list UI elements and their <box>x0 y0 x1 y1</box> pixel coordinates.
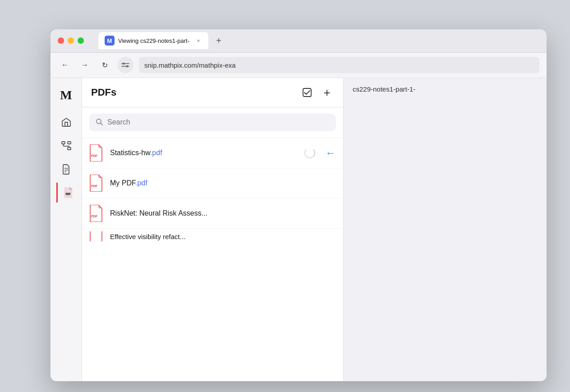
pdf-panel: PDFs + <box>82 78 344 381</box>
tab-title: Viewing cs229-notes1-part- <box>118 37 189 44</box>
app-logo: M <box>56 85 76 105</box>
minimize-button[interactable] <box>68 37 74 44</box>
pdf-file-icon <box>89 231 104 241</box>
new-tab-button[interactable]: + <box>212 34 225 47</box>
sidebar-item-document[interactable] <box>56 159 76 179</box>
panel-title: PDFs <box>91 87 294 98</box>
sidebar-item-home[interactable] <box>56 112 76 132</box>
right-panel-title: cs229-notes1-part-1- <box>353 85 415 93</box>
pdf-item-name: Effective visibility refact... <box>110 233 336 240</box>
svg-rect-7 <box>68 142 71 144</box>
sidebar-item-pdf[interactable]: PDF <box>56 183 76 203</box>
pdf-file-icon: PDF <box>89 205 104 222</box>
svg-text:PDF: PDF <box>91 154 98 157</box>
pdf-list-item[interactable]: PDF RiskNet: Neural Risk Assess... <box>82 198 343 229</box>
svg-text:PDF: PDF <box>66 193 70 195</box>
hierarchy-icon <box>61 140 72 151</box>
svg-rect-8 <box>68 148 71 150</box>
content-area: M <box>51 78 547 381</box>
close-button[interactable] <box>58 37 64 44</box>
sidebar: M <box>51 78 82 381</box>
pdf-list: PDF Statistics-hw.pdf ← <box>82 138 343 381</box>
svg-line-18 <box>101 123 102 125</box>
traffic-lights <box>58 37 84 44</box>
tab-bar: M Viewing cs229-notes1-part- × + <box>98 32 539 49</box>
add-pdf-button[interactable]: + <box>320 85 334 100</box>
maximize-button[interactable] <box>78 37 84 44</box>
pdf-list-item[interactable]: PDF Statistics-hw.pdf ← <box>82 138 343 168</box>
search-box <box>89 114 336 131</box>
pdf-list-item[interactable]: Effective visibility refact... <box>82 229 343 244</box>
home-icon <box>61 117 72 128</box>
document-icon <box>61 164 72 175</box>
active-tab[interactable]: M Viewing cs229-notes1-part- × <box>98 32 208 49</box>
address-bar[interactable]: snip.mathpix.com/mathpix-exa <box>139 57 539 73</box>
right-panel: cs229-notes1-part-1- <box>344 78 547 381</box>
reload-button[interactable]: ↻ <box>97 58 112 72</box>
search-input[interactable] <box>107 118 330 126</box>
svg-text:PDF: PDF <box>91 215 98 218</box>
pdf-list-item[interactable]: PDF My PDF.pdf <box>82 168 343 198</box>
panel-header: PDFs + <box>82 78 343 107</box>
arrow-left-icon: ← <box>325 147 336 159</box>
arrow-indicator: ← <box>325 147 336 159</box>
browser-window: M Viewing cs229-notes1-part- × + ← → ↻ <box>51 29 547 381</box>
nav-bar: ← → ↻ snip.mathpix.com/mathpix-exa <box>51 53 547 78</box>
forward-button[interactable]: → <box>78 58 92 72</box>
checkbox-icon <box>302 88 312 97</box>
sidebar-item-hierarchy[interactable] <box>56 136 76 156</box>
search-container <box>82 107 343 138</box>
filter-button[interactable] <box>117 57 133 73</box>
pdf-item-name: RiskNet: Neural Risk Assess... <box>110 209 336 217</box>
tab-close-button[interactable]: × <box>195 37 202 44</box>
checkbox-icon-button[interactable] <box>300 85 314 100</box>
title-bar: M Viewing cs229-notes1-part- × + <box>51 29 547 53</box>
search-icon <box>96 118 103 127</box>
svg-rect-6 <box>62 142 65 144</box>
svg-text:PDF: PDF <box>91 184 98 188</box>
filter-icon <box>121 61 129 69</box>
back-button[interactable]: ← <box>58 58 72 72</box>
pdf-file-icon: PDF <box>89 144 104 161</box>
pdf-sidebar-icon: PDF <box>63 187 74 198</box>
pdf-item-name: Statistics-hw.pdf <box>110 149 298 157</box>
tab-favicon: M <box>105 36 115 46</box>
pdf-file-icon: PDF <box>89 175 104 192</box>
loading-spinner <box>304 148 315 158</box>
pdf-item-name: My PDF.pdf <box>110 179 336 187</box>
